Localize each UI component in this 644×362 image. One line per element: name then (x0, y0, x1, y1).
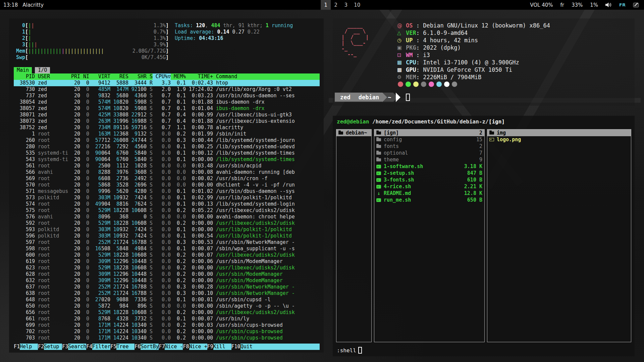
process-row[interactable]: 573polkitd200303M109327424S0.00.10:02.99… (14, 195, 320, 201)
column-header-user[interactable]: USER (35, 73, 68, 80)
speaker-icon[interactable] (605, 2, 612, 7)
file-row-img[interactable]: img (487, 130, 631, 136)
fkey-label-setup[interactable]: Setup (44, 344, 62, 350)
column-header-shr[interactable]: SHR (128, 73, 147, 80)
process-row[interactable]: 38752zed200734M8911659716S0.71.10:00.78a… (14, 124, 320, 131)
process-row[interactable]: 637root200252M2172416788S0.00.30:00.28/u… (14, 284, 320, 290)
file-row-3-fonts.sh[interactable]: ›3-fonts.sh610 B (374, 176, 484, 183)
fkey-label-sortby[interactable]: SortBy (141, 344, 159, 350)
process-row[interactable]: 280root2002721672924560S0.00.10:00.25/li… (14, 144, 320, 150)
column-header-mem[interactable]: MEM% (171, 73, 186, 80)
file-row-README.md[interactable]: ↓README.md12.8 K (374, 190, 484, 197)
column-header-pri[interactable]: PRI (68, 73, 80, 80)
column-header-pid[interactable]: PID (14, 73, 35, 80)
shell-prompt[interactable]: zed debian ~ (335, 93, 410, 102)
process-row[interactable]: 576avahi20080963680S0.00.00:00.00avahi-d… (14, 214, 320, 220)
process-row[interactable]: 38054zed200574M108205908S0.70.10:01.88ib… (14, 99, 320, 105)
column-header-s[interactable]: S (147, 73, 153, 80)
file-row-debian~[interactable]: debian~ (336, 130, 371, 136)
keyboard-layout[interactable]: fr (560, 2, 564, 8)
fkey-f9[interactable]: F9 (207, 344, 213, 350)
process-row[interactable]: 570root200586835282696S0.00.00:00.00dhcl… (14, 182, 320, 188)
process-row[interactable]: 597root200252M2172416788S0.00.30:00.53/u… (14, 239, 320, 246)
process-row[interactable]: 699root200171M1422410340S0.00.20:00.03/u… (14, 322, 320, 328)
process-row[interactable]: 38073zed200263M3199616988S0.70.40:01.88/… (14, 118, 320, 124)
file-row-fonts[interactable]: fonts2 (374, 143, 484, 150)
process-row[interactable]: 571messagebus200999656204280S0.00.10:01.… (14, 188, 320, 195)
process-row[interactable]: 38530zed200941258883444R3.30.10:02.43hto… (14, 80, 320, 86)
file-row-optional[interactable]: optional7 (374, 150, 484, 156)
workspace-button-3[interactable]: 3 (341, 0, 351, 10)
fkey-f5[interactable]: F5 (110, 344, 116, 350)
fkey-label-filter[interactable]: Filter (92, 344, 110, 350)
process-row[interactable]: 703root200171M1422410340S0.00.20:00.00/u… (14, 335, 320, 341)
process-row[interactable]: 1root200163M123689132S0.00.20:01.99/sbin… (14, 131, 320, 137)
process-row[interactable]: 561root200250011121028S0.00.00:03.48/usr… (14, 163, 320, 169)
fkey-f2[interactable]: F2 (38, 344, 44, 350)
fkey-label-nice-[interactable]: Nice - (165, 344, 183, 350)
process-row[interactable]: 596polkitd200303M109327424S0.00.10:00.54… (14, 233, 320, 239)
process-row[interactable]: 648root2002702090887336S0.00.10:00.01/us… (14, 297, 320, 303)
process-row[interactable]: 38057zed200574M108205908S0.70.10:01.04ib… (14, 105, 320, 112)
process-row[interactable]: 628root200309M1229610448S0.00.20:00.00/u… (14, 271, 320, 277)
tab-main[interactable]: Main (14, 67, 32, 73)
process-row[interactable]: 260root200577122600824744S0.00.30:00.44/… (14, 137, 320, 144)
fkey-label-help[interactable]: Help (20, 344, 38, 350)
process-row[interactable]: 598root2001650858484984S0.00.10:00.07/sb… (14, 246, 320, 252)
process-row[interactable]: 543systemd-ti2009006467605840S0.00.10:00… (14, 156, 320, 163)
fkey-label-kill[interactable]: Kill (213, 344, 231, 350)
process-row[interactable]: 574root2004990488167624S0.00.10:00.13/li… (14, 201, 320, 207)
workspace-button-10[interactable]: 10 (351, 0, 363, 10)
column-header-cpu[interactable]: CPU%▽ (153, 73, 171, 80)
process-row[interactable]: 650root2005872984896S0.00.00:00.00/sbin/… (14, 303, 320, 309)
fkey-f7[interactable]: F7 (159, 344, 165, 350)
process-row[interactable]: 600root200529M1822810608S0.00.20:00.07/u… (14, 252, 320, 258)
process-row[interactable]: 661root200876843283732S0.00.10:00.07/usr… (14, 316, 320, 322)
column-header-ni[interactable]: NI (80, 73, 89, 80)
process-row[interactable]: 575root200529M1822810608S0.00.20:05.22/u… (14, 207, 320, 214)
volume-indicator[interactable]: VOL 40% (530, 2, 553, 8)
fkey-f1[interactable]: F1 (14, 344, 20, 350)
fkey-f10[interactable]: F10 (231, 344, 240, 350)
fkey-f4[interactable]: F4 (86, 344, 92, 350)
process-row[interactable]: 623root200529M1822810608S0.00.20:00.00/u… (14, 265, 320, 271)
process-row[interactable]: 535systemd-ti2009006467605840S0.00.10:00… (14, 150, 320, 156)
file-row-logo.png[interactable]: logo.png (487, 136, 631, 143)
fkey-f6[interactable]: F6 (135, 344, 141, 350)
fm-command-line[interactable]: :shell (337, 347, 362, 354)
process-row[interactable]: 702root200171M1422410340S0.00.20:00.00/u… (14, 328, 320, 335)
process-row[interactable]: 730zed200485M147M92100S2.01.917:24.02/us… (14, 86, 320, 93)
fkey-label-nice+[interactable]: Nice + (189, 344, 207, 350)
fkey-label-quit[interactable]: Quit (240, 344, 320, 350)
tab-io[interactable]: I/O (35, 67, 50, 73)
file-row-run_me.sh[interactable]: ›run_me.sh650 B (374, 197, 484, 203)
column-header-time+[interactable]: TIME+ (186, 73, 213, 80)
screenshot-pen-icon[interactable] (633, 2, 639, 8)
column-header-res[interactable]: RES (110, 73, 128, 80)
fkey-f3[interactable]: F3 (62, 344, 68, 350)
workspace-button-2[interactable]: 2 (331, 0, 341, 10)
process-row[interactable]: 619root200309M1229610448S0.00.20:00.06/u… (14, 258, 320, 265)
file-row-theme[interactable]: theme9 (374, 156, 484, 163)
process-row[interactable]: 593polkitd200303M109327424S0.00.10:00.00… (14, 226, 320, 233)
file-row-ign[interactable]: [ign]2 (374, 130, 484, 136)
terminal-cursor[interactable] (406, 94, 410, 101)
process-row[interactable]: 592root200529M1822810608S0.00.20:00.00/u… (14, 220, 320, 226)
fkey-label-tree[interactable]: Tree (116, 344, 135, 350)
column-header-virt[interactable]: VIRT (89, 73, 110, 80)
process-row[interactable]: 566avahi200828839763608S0.00.00:00.08ava… (14, 169, 320, 175)
process-row[interactable]: 38071zed200425M3380822912S0.70.40:00.99/… (14, 112, 320, 118)
file-row-4-rice.sh[interactable]: ›4-rice.sh2.21 K (374, 183, 484, 190)
process-row[interactable]: 638root200252M2172416788S0.00.30:00.10/u… (14, 290, 320, 297)
fkey-label-search[interactable]: Search (68, 344, 86, 350)
process-row[interactable]: 737zed200983256804360S0.70.10:03.23/usr/… (14, 93, 320, 99)
file-row-config[interactable]: config15 (374, 136, 484, 143)
file-row-1-software.sh[interactable]: ›1-software.sh3.18 K (374, 163, 484, 170)
process-row[interactable]: 632root200309M1229610448S0.00.20:00.00/u… (14, 277, 320, 284)
process-row[interactable]: 656root200529M1822810608S0.00.20:00.00/u… (14, 309, 320, 316)
file-row-2-setup.sh[interactable]: ›2-setup.sh847 B (374, 170, 484, 176)
column-header-command[interactable]: Command (213, 73, 320, 80)
language-indicator[interactable]: FR (619, 2, 626, 7)
workspace-button-1[interactable]: 1 (321, 0, 331, 10)
fkey-f8[interactable]: F8 (183, 344, 189, 350)
